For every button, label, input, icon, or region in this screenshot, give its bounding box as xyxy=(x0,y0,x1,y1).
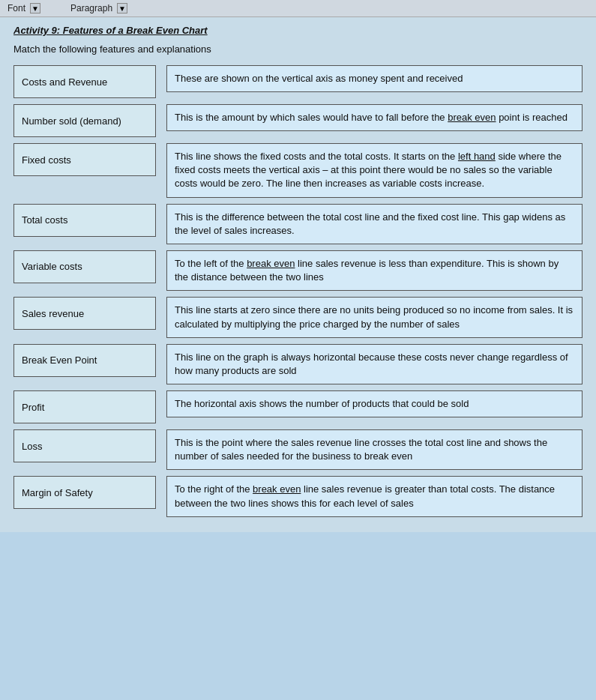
match-row: Variable costs To the left of the break … xyxy=(13,250,583,291)
term-label: Fixed costs xyxy=(22,154,71,166)
def-box: This is the point where the sales revenu… xyxy=(166,429,583,470)
match-row: Costs and Revenue These are shown on the… xyxy=(13,65,583,98)
font-label: Font xyxy=(7,3,25,13)
font-group: Font ▼ xyxy=(7,3,40,13)
term-box[interactable]: Number sold (demand) xyxy=(13,104,156,137)
instruction: Match the following features and explana… xyxy=(13,43,583,55)
match-row: Total costs This is the difference betwe… xyxy=(13,204,583,244)
matching-container: Costs and Revenue These are shown on the… xyxy=(13,65,583,517)
term-box[interactable]: Loss xyxy=(13,429,156,462)
term-label: Sales revenue xyxy=(22,308,84,319)
term-label: Total costs xyxy=(22,214,67,226)
def-box: To the right of the break even line sale… xyxy=(166,476,583,516)
def-box: These are shown on the vertical axis as … xyxy=(166,65,583,92)
match-row: Margin of Safety To the right of the bre… xyxy=(13,476,583,516)
def-box: This line shows the fixed costs and the … xyxy=(166,143,583,198)
term-label: Profit xyxy=(22,402,44,413)
def-box: To the left of the break even line sales… xyxy=(166,250,583,291)
match-row: Number sold (demand) This is the amount … xyxy=(13,104,583,137)
match-row: Sales revenue This line starts at zero s… xyxy=(13,297,583,337)
term-box[interactable]: Fixed costs xyxy=(13,143,156,176)
term-label: Variable costs xyxy=(22,261,82,272)
term-label: Break Even Point xyxy=(22,354,97,366)
page: Activity 9: Features of a Break Even Cha… xyxy=(0,17,596,532)
term-label: Loss xyxy=(22,441,42,452)
match-row: Loss This is the point where the sales r… xyxy=(13,429,583,470)
match-row: Break Even Point This line on the graph … xyxy=(13,344,583,384)
paragraph-label: Paragraph xyxy=(70,3,112,13)
def-box: This is the difference between the total… xyxy=(166,204,583,244)
term-box[interactable]: Sales revenue xyxy=(13,297,156,330)
term-box[interactable]: Break Even Point xyxy=(13,344,156,377)
match-row: Profit The horizontal axis shows the num… xyxy=(13,390,583,423)
term-box[interactable]: Costs and Revenue xyxy=(13,65,156,98)
term-box[interactable]: Total costs xyxy=(13,204,156,237)
term-label: Number sold (demand) xyxy=(22,115,121,127)
def-box: This line starts at zero since there are… xyxy=(166,297,583,337)
term-label: Costs and Revenue xyxy=(22,76,107,88)
term-box[interactable]: Profit xyxy=(13,390,156,423)
term-box[interactable]: Variable costs xyxy=(13,250,156,283)
match-row: Fixed costs This line shows the fixed co… xyxy=(13,143,583,198)
activity-title: Activity 9: Features of a Break Even Cha… xyxy=(13,25,583,36)
term-box[interactable]: Margin of Safety xyxy=(13,476,156,509)
def-box: This line on the graph is always horizon… xyxy=(166,344,583,384)
term-label: Margin of Safety xyxy=(22,487,93,498)
def-box: This is the amount by which sales would … xyxy=(166,104,583,131)
paragraph-icon[interactable]: ▼ xyxy=(117,3,127,13)
def-box: The horizontal axis shows the number of … xyxy=(166,390,583,417)
toolbar: Font ▼ Paragraph ▼ xyxy=(0,0,596,17)
font-icon[interactable]: ▼ xyxy=(30,3,40,13)
paragraph-group: Paragraph ▼ xyxy=(70,3,127,13)
